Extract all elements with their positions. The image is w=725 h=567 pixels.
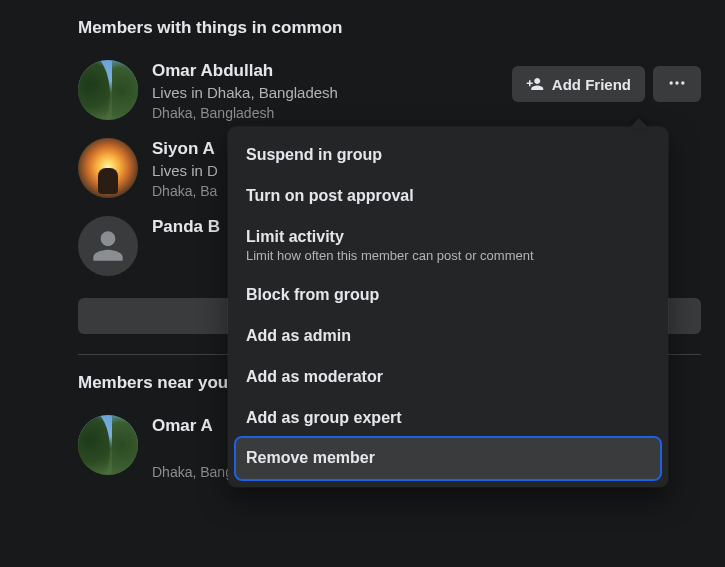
avatar[interactable] [78,138,138,198]
avatar[interactable] [78,415,138,475]
menu-item-label: Remove member [246,449,375,466]
menu-item-block[interactable]: Block from group [236,275,660,316]
menu-item-limit-activity[interactable]: Limit activity Limit how often this memb… [236,217,660,276]
menu-item-add-expert[interactable]: Add as group expert [236,398,660,439]
svg-point-2 [681,81,684,84]
menu-item-suspend[interactable]: Suspend in group [236,135,660,176]
menu-item-label: Add as admin [246,327,351,344]
svg-point-0 [670,81,673,84]
menu-item-label: Add as group expert [246,409,402,426]
member-location: Dhaka, Bangladesh [152,104,512,122]
menu-item-label: Block from group [246,286,379,303]
more-options-button[interactable] [653,66,701,102]
menu-caret [629,118,649,128]
member-actions-menu: Suspend in group Turn on post approval L… [228,127,668,487]
menu-item-add-admin[interactable]: Add as admin [236,316,660,357]
avatar[interactable] [78,216,138,276]
add-friend-label: Add Friend [552,76,631,93]
add-friend-button[interactable]: Add Friend [512,66,645,102]
menu-item-label: Add as moderator [246,368,383,385]
menu-item-sublabel: Limit how often this member can post or … [246,248,650,265]
person-icon [86,224,130,268]
member-row: Omar Abdullah Lives in Dhaka, Bangladesh… [78,52,701,130]
member-subtext: Lives in Dhaka, Bangladesh [152,83,512,103]
ellipsis-icon [667,73,687,96]
menu-item-remove-member[interactable]: Remove member [236,438,660,479]
menu-item-label: Turn on post approval [246,187,414,204]
svg-point-1 [675,81,678,84]
section-heading-common: Members with things in common [78,18,701,38]
menu-item-post-approval[interactable]: Turn on post approval [236,176,660,217]
menu-item-label: Limit activity [246,228,344,245]
add-friend-icon [526,75,544,93]
menu-item-add-moderator[interactable]: Add as moderator [236,357,660,398]
menu-item-label: Suspend in group [246,146,382,163]
avatar[interactable] [78,60,138,120]
member-name[interactable]: Omar Abdullah [152,60,512,81]
